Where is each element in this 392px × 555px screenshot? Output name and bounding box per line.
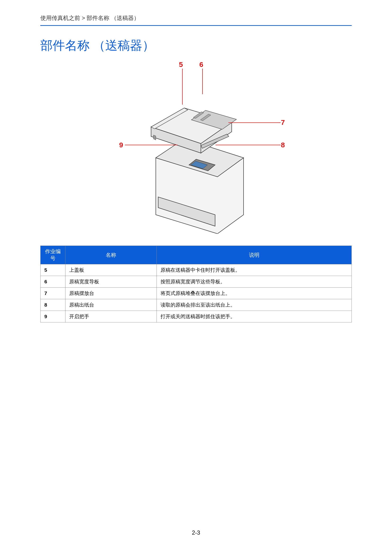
- callout-9: 9: [119, 141, 123, 149]
- cell-desc: 按照原稿宽度调节这些导板。: [157, 276, 352, 288]
- cell-no: 5: [41, 264, 65, 276]
- cell-no: 9: [41, 311, 65, 322]
- printer-icon: [142, 82, 251, 234]
- th-desc: 说明: [157, 246, 352, 264]
- cell-name: 原稿摆放台: [65, 288, 157, 299]
- page-number: 2-3: [0, 529, 392, 536]
- cell-desc: 原稿在送稿器中卡住时打开该盖板。: [157, 264, 352, 276]
- cell-no: 6: [41, 276, 65, 288]
- callout-7-line: [228, 123, 281, 123]
- callout-7: 7: [281, 118, 285, 126]
- callout-6: 6: [200, 60, 203, 69]
- table-row: 7 原稿摆放台 将页式原稿堆叠在该摆放台上。: [41, 288, 352, 299]
- cell-no: 8: [41, 299, 65, 311]
- cell-desc: 读取的原稿会排出至该出纸台上。: [157, 299, 352, 311]
- table-row: 5 上盖板 原稿在送稿器中卡住时打开该盖板。: [41, 264, 352, 276]
- th-no: 作业编号: [41, 246, 65, 264]
- table-row: 8 原稿出纸台 读取的原稿会排出至该出纸台上。: [41, 299, 352, 311]
- callout-5: 5: [179, 60, 183, 69]
- svg-marker-13: [153, 135, 156, 140]
- callout-8-line: [216, 145, 281, 145]
- callout-5-line: [182, 69, 183, 105]
- table-row: 9 开启把手 打开或关闭送稿器时抓住该把手。: [41, 311, 352, 322]
- cell-name: 原稿宽度导板: [65, 276, 157, 288]
- cell-desc: 打开或关闭送稿器时抓住该把手。: [157, 311, 352, 322]
- printer-diagram: 5 6 7 8 9: [99, 60, 293, 236]
- cell-no: 7: [41, 288, 65, 299]
- parts-table: 作业编号 名称 说明 5 上盖板 原稿在送稿器中卡住时打开该盖板。 6 原稿宽度…: [40, 246, 352, 322]
- cell-name: 上盖板: [65, 264, 157, 276]
- cell-name: 原稿出纸台: [65, 299, 157, 311]
- diagram-container: 5 6 7 8 9: [40, 60, 352, 236]
- th-name: 名称: [65, 246, 157, 264]
- page-title: 部件名称 （送稿器）: [40, 37, 352, 54]
- callout-6-line: [202, 69, 203, 94]
- callout-9-line: [125, 145, 178, 145]
- cell-desc: 将页式原稿堆叠在该摆放台上。: [157, 288, 352, 299]
- table-row: 6 原稿宽度导板 按照原稿宽度调节这些导板。: [41, 276, 352, 288]
- callout-8: 8: [281, 141, 285, 149]
- cell-name: 开启把手: [65, 311, 157, 322]
- breadcrumb: 使用传真机之前 > 部件名称 （送稿器）: [40, 14, 352, 26]
